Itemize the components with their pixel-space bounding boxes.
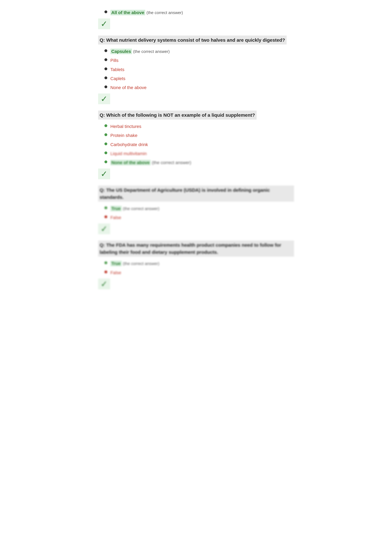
bullet-icon [105,215,107,218]
bullet-icon [105,270,107,273]
question-text-q3: Q: Which of the following is NOT an exam… [98,111,257,119]
question-prefix-q4: Q: [100,187,105,193]
checkmark-container-q4: ✓ [98,223,294,234]
question-block-q5: Q: The FDA has many requirements health … [98,241,294,289]
answer-item-blurred4: Liquid multivitamin [105,151,294,157]
bullet-icon [105,124,107,127]
answer-list-q3: Herbal tinctures Protein shake Carbohydr… [105,123,294,166]
bullet-icon [105,206,107,209]
answer-list-q4: True (the correct answer) False [105,206,294,221]
answer-item-herbal: Herbal tinctures [105,123,294,130]
answer-item-pills: Pills [105,57,294,63]
answer-text-tablets: Tablets [111,67,125,73]
question-prefix-q3: Q: [100,112,105,118]
question-text-q2: Q: What nutrient delivery systems consis… [98,35,287,45]
correct-suffix-blurred: (the correct answer) [152,160,191,165]
answer-item-true-q4: True (the correct answer) [105,206,294,212]
checkmark-container-q2: ✓ [98,93,294,104]
bullet-icon [105,142,107,145]
answer-text-carb: Carbohydrate drink [111,141,148,148]
answer-list-q1: All of the above (the correct answer) [105,9,294,16]
answer-text-none-correct: None of the above (the correct answer) [111,159,191,166]
answer-item-tablets: Tablets [105,67,294,73]
correct-suffix-q4: (the correct answer) [123,206,159,211]
checkmark-icon: ✓ [101,19,108,28]
question-body-q3: Which of the following is NOT an example… [106,112,255,118]
answer-item-none-above-q3: None of the above (the correct answer) [105,159,294,166]
answer-text-herbal: Herbal tinctures [111,123,141,130]
answer-text-none-above: None of the above [111,84,147,91]
answer-item-false-q5: False [105,270,294,276]
question-prefix-q2: Q: [100,37,105,43]
checkmark-icon: ✓ [101,279,108,289]
answer-item-all-above: All of the above (the correct answer) [105,9,294,16]
answer-correct-label: All of the above [111,10,145,15]
answer-text-correct: All of the above (the correct answer) [111,9,183,16]
question-block-q3: Q: Which of the following is NOT an exam… [98,111,294,179]
correct-suffix: (the correct answer) [133,49,170,54]
question-body-q2: What nutrient delivery systems consist o… [106,37,285,43]
answer-text-true-q4: True (the correct answer) [111,206,159,212]
bullet-icon [105,152,107,154]
answer-item-protein: Protein shake [105,132,294,138]
checkmark-box-q3: ✓ [98,168,110,179]
answer-item-caplets: Caplets [105,76,294,82]
question-block-q2: Q: What nutrient delivery systems consis… [98,35,294,104]
answer-list-q5: True (the correct answer) False [105,260,294,276]
answer-list-q2: Capsules (the correct answer) Pills Tabl… [105,48,294,91]
checkmark-box-q2: ✓ [98,93,110,104]
question-prefix-q5: Q: [100,242,105,248]
checkmark-box-q4: ✓ [98,223,110,234]
none-above-blurred-correct: None of the above [111,160,151,165]
correct-suffix-q5: (the correct answer) [123,261,159,266]
answer-item-none-above: None of the above [105,84,294,91]
question-text-q5: Q: The FDA has many requirements health … [98,241,294,257]
question-text-q4: Q: The US Department of Agriculture (USD… [98,186,294,202]
answer-correct-capsules: Capsules [111,49,132,54]
checkmark-container-q3: ✓ [98,168,294,179]
true-correct-q4: True [111,206,122,211]
question-body-q4: The US Department of Agriculture (USDA) … [100,187,270,200]
bullet-icon [105,261,107,264]
bullet-icon [105,49,107,52]
checkmark-box-q5: ✓ [98,279,110,289]
bullet-icon [105,58,107,61]
true-correct-q5: True [111,261,122,266]
question-block-q4: Q: The US Department of Agriculture (USD… [98,186,294,234]
question-body-q5: The FDA has many requirements health pro… [100,242,281,255]
answer-item-true-q5: True (the correct answer) [105,260,294,267]
checkmark-box-q1: ✓ [98,19,110,29]
checkmark-container-q1: ✓ [98,19,294,29]
checkmark-icon: ✓ [101,169,108,179]
bullet-icon [105,85,107,88]
answer-item-capsules: Capsules (the correct answer) [105,48,294,55]
answer-text-protein: Protein shake [111,132,137,138]
bullet-icon [105,133,107,136]
bullet-icon [105,10,107,13]
answer-text-true-q5: True (the correct answer) [111,260,159,267]
bullet-icon [105,67,107,70]
answer-text-false-q5: False [111,270,121,276]
bullet-icon [105,160,107,163]
answer-text-caplets: Caplets [111,76,126,82]
checkmark-icon: ✓ [101,94,108,104]
checkmark-container-q5: ✓ [98,279,294,289]
answer-text-false-q4: False [111,215,121,221]
answer-item-false-q4: False [105,215,294,221]
bullet-icon [105,76,107,79]
checkmark-icon: ✓ [101,224,108,233]
answer-text: Capsules (the correct answer) [111,48,170,55]
answer-text-pills: Pills [111,57,119,63]
question-block-q1-tail: All of the above (the correct answer) ✓ [98,9,294,29]
answer-item-carb: Carbohydrate drink [105,141,294,148]
correct-suffix: (the correct answer) [147,10,183,15]
answer-text-blurred4: Liquid multivitamin [111,151,147,157]
